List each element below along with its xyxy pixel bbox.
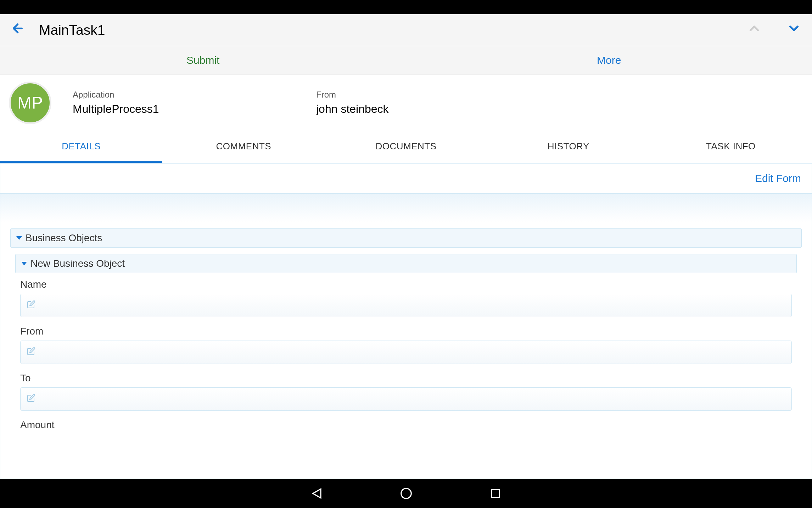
edit-icon: [27, 300, 35, 311]
field-to-group: To: [20, 372, 792, 411]
summary-row: MP Application MultipleProcess1 From joh…: [0, 74, 812, 131]
form-content: Business Objects New Business Object Nam…: [0, 222, 812, 431]
more-button[interactable]: More: [406, 46, 812, 74]
submit-button[interactable]: Submit: [0, 46, 406, 74]
application-label: Application: [73, 90, 316, 100]
caret-down-icon: [21, 262, 27, 265]
android-home-icon[interactable]: [399, 486, 414, 501]
from-label: From: [316, 90, 560, 100]
avatar: MP: [9, 82, 51, 124]
subsection-new-business-object[interactable]: New Business Object: [15, 254, 797, 273]
edit-icon: [27, 347, 35, 358]
field-name-group: Name: [20, 279, 792, 317]
android-status-bar: [0, 0, 812, 14]
from-field: From john steinbeck: [316, 90, 560, 116]
nav-chevrons: [747, 21, 801, 39]
application-field: Application MultipleProcess1: [73, 90, 316, 116]
tab-taskinfo[interactable]: TASK INFO: [650, 131, 812, 163]
field-name-label: Name: [20, 279, 792, 290]
field-to-label: To: [20, 372, 792, 384]
edit-form-row: Edit Form: [0, 164, 812, 194]
tab-documents[interactable]: DOCUMENTS: [325, 131, 487, 163]
field-amount-label: Amount: [20, 419, 792, 431]
to-input[interactable]: [20, 387, 792, 411]
header-bar: MainTask1: [0, 14, 812, 46]
gradient-spacer: [0, 194, 812, 222]
action-bar: Submit More: [0, 46, 812, 74]
from-value: john steinbeck: [316, 103, 560, 116]
android-back-icon[interactable]: [309, 486, 324, 501]
page-title: MainTask1: [39, 22, 747, 38]
tabs-row: DETAILS COMMENTS DOCUMENTS HISTORY TASK …: [0, 131, 812, 163]
tab-history[interactable]: HISTORY: [487, 131, 650, 163]
field-from-group: From: [20, 326, 792, 364]
field-amount-group: Amount: [20, 419, 792, 431]
edit-form-link[interactable]: Edit Form: [755, 172, 801, 184]
tab-details[interactable]: DETAILS: [0, 131, 162, 163]
android-nav-bar: [0, 479, 812, 508]
form-area: Edit Form Business Objects New Business …: [0, 163, 812, 479]
section-business-objects[interactable]: Business Objects: [10, 228, 802, 248]
svg-rect-2: [491, 490, 499, 498]
tab-comments[interactable]: COMMENTS: [162, 131, 325, 163]
application-value: MultipleProcess1: [73, 103, 316, 116]
caret-down-icon: [16, 236, 22, 240]
section-title: Business Objects: [26, 232, 102, 244]
svg-point-1: [401, 488, 411, 499]
edit-icon: [27, 394, 35, 405]
android-recent-icon[interactable]: [488, 486, 503, 501]
back-arrow-icon[interactable]: [11, 21, 25, 39]
subsection-title: New Business Object: [30, 258, 125, 269]
chevron-up-icon: [747, 21, 762, 39]
chevron-down-icon[interactable]: [786, 21, 801, 39]
field-from-label: From: [20, 326, 792, 337]
name-input[interactable]: [20, 294, 792, 317]
from-input[interactable]: [20, 341, 792, 364]
